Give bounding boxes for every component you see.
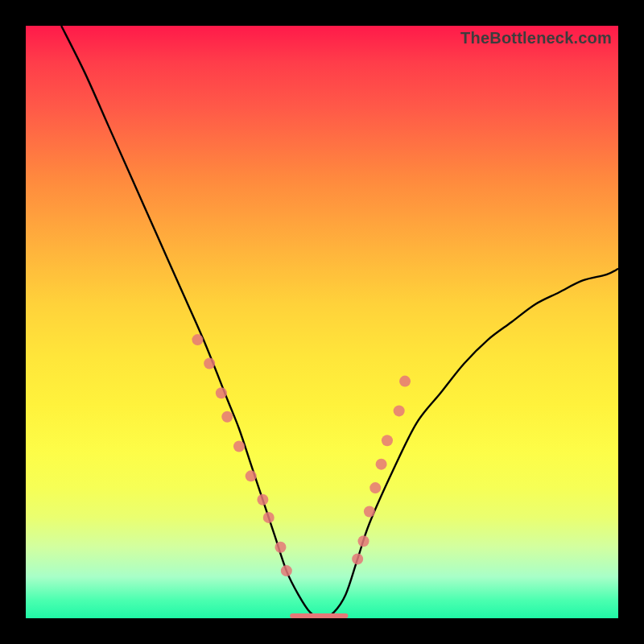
chart-frame: TheBottleneck.com (0, 0, 644, 644)
curve-marker (192, 334, 203, 345)
curve-marker (394, 405, 405, 416)
curve-layer (26, 26, 618, 618)
curve-marker (275, 542, 286, 553)
curve-markers (192, 334, 411, 576)
curve-marker (399, 376, 411, 387)
curve-marker (216, 387, 227, 398)
curve-marker (263, 512, 275, 523)
curve-marker (204, 358, 215, 369)
curve-marker (233, 441, 245, 452)
curve-marker (382, 435, 393, 446)
curve-marker (257, 494, 268, 506)
curve-marker (358, 535, 369, 547)
bottleneck-curve (61, 26, 618, 618)
curve-marker (246, 470, 257, 481)
plot-area: TheBottleneck.com (26, 26, 618, 618)
curve-marker (281, 565, 292, 576)
curve-marker (376, 459, 387, 470)
curve-marker (364, 506, 375, 518)
curve-marker (352, 553, 363, 564)
curve-marker (221, 411, 233, 423)
curve-marker (369, 482, 381, 493)
